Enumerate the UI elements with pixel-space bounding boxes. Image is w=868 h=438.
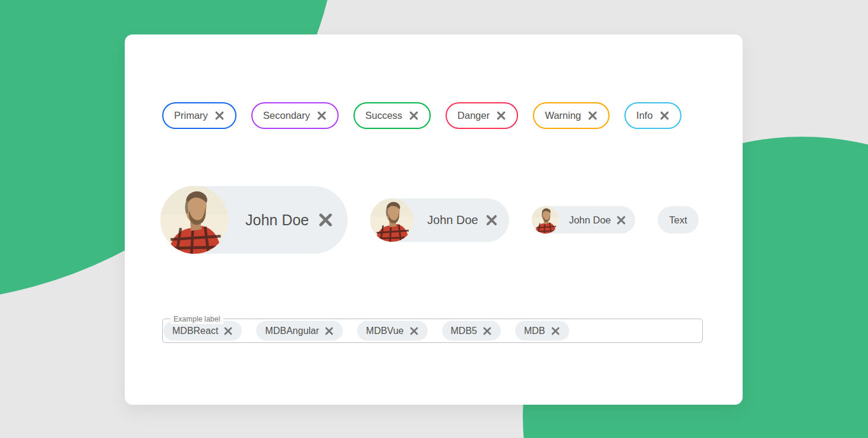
avatar-image [370,198,414,242]
chips-input-label: Example label [171,314,223,324]
close-icon[interactable] [551,326,560,336]
chip-label: Info [636,110,653,121]
chip-warning[interactable]: Warning [533,102,610,129]
chip-label: Secondary [263,110,310,121]
text-chip[interactable]: Text [658,206,698,234]
chip-label: Danger [457,110,490,121]
chip-label: MDB [524,326,545,336]
close-icon[interactable] [588,111,598,121]
chip-label: Success [365,110,402,121]
demo-card: Primary Secondary Success Danger [125,34,743,405]
close-icon[interactable] [496,111,506,121]
avatar-image [532,206,559,234]
close-icon[interactable] [485,214,498,226]
close-icon[interactable] [409,111,419,121]
chip-label: MDBVue [366,326,403,336]
avatar-chip-label: John Doe [427,213,478,227]
avatar-chip-medium[interactable]: John Doe [370,198,509,242]
close-icon[interactable] [482,326,492,336]
chip-secondary[interactable]: Secondary [251,102,339,129]
avatar-chip-label: John Doe [245,212,309,229]
close-icon[interactable] [318,212,333,228]
chip-success[interactable]: Success [353,102,431,129]
close-icon[interactable] [223,326,233,336]
close-icon[interactable] [317,111,327,121]
avatar-chip-label: John Doe [569,215,611,226]
avatar-chips-row: John Doe [160,186,699,254]
chips-input[interactable]: Example label MDBReact MDBAngular MDBVue [162,319,703,343]
input-chip-mdb[interactable]: MDB [515,321,569,341]
chip-label: Primary [174,110,208,121]
input-chip-mdb5[interactable]: MDB5 [442,321,501,341]
outlined-chips-row: Primary Secondary Success Danger [162,102,681,129]
avatar-image [160,186,228,254]
chip-label: Text [669,215,687,226]
chip-primary[interactable]: Primary [162,102,236,129]
chip-label: MDB5 [451,326,477,336]
close-icon[interactable] [324,326,334,336]
chip-label: Warning [545,110,581,121]
input-chip-mdbvue[interactable]: MDBVue [357,321,427,341]
avatar-chip-small[interactable]: John Doe [532,206,636,234]
chip-danger[interactable]: Danger [446,102,518,129]
close-icon[interactable] [214,111,225,121]
chip-info[interactable]: Info [624,102,681,129]
page-background: Primary Secondary Success Danger [0,0,868,438]
close-icon[interactable] [409,326,419,336]
close-icon[interactable] [659,111,670,121]
input-chip-mdbangular[interactable]: MDBAngular [256,321,343,341]
avatar-chip-large[interactable]: John Doe [160,186,348,254]
chip-label: MDBReact [172,326,218,336]
close-icon[interactable] [616,215,626,225]
chip-label: MDBAngular [265,326,319,336]
